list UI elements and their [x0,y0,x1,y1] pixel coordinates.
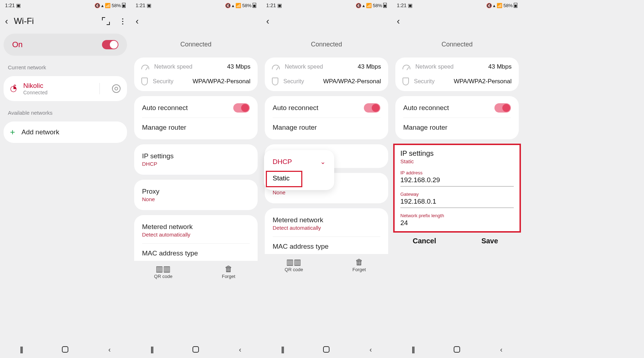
auto-reconnect-row[interactable]: Auto reconnect [134,98,258,118]
button-bar: Cancel Save [392,232,522,250]
reconnect-card: Auto reconnect Manage router [134,96,258,139]
mac-row[interactable]: MAC address type [134,244,258,259]
metered-card: Metered network Detect automatically MAC… [265,208,388,254]
action-bar: ▥▥QR code 🗑Forget [131,261,261,280]
gateway-field[interactable]: 192.168.0.1 [400,197,514,208]
reconnect-card: Auto reconnect Manage router [395,96,519,139]
forget-button[interactable]: 🗑Forget [327,258,392,272]
back-icon[interactable]: ‹ [136,16,139,27]
nav-back[interactable]: ‹ [108,345,111,354]
header: ‹ [261,11,392,31]
pane-detail-dhcp: 1:21 ▣ 🔇▴📶58% ‹ Connected Network speed … [131,0,261,358]
proxy-card[interactable]: Proxy None [134,180,258,210]
shield-icon [141,78,148,85]
chevron-down-icon: ⌄ [320,158,326,166]
metered-row[interactable]: Metered network Detect automatically [265,210,388,237]
nav-home[interactable] [454,346,460,353]
clock: 1:21 ▣ [266,3,282,8]
save-button[interactable]: Save [457,237,523,245]
cancel-button[interactable]: Cancel [392,237,457,245]
speed-icon [272,65,280,69]
status-icons: 🔇▴📶58% [356,3,387,8]
auto-reconnect-switch[interactable] [233,103,250,113]
ip-settings-label: IP settings [142,152,250,160]
add-network-row[interactable]: + Add network [4,121,127,143]
proxy-value: None [142,196,250,202]
page-title: Wi-Fi [14,16,96,26]
nav-home[interactable] [323,346,330,353]
connected-heading: Connected [131,31,261,58]
security-value: WPA/WPA2-Personal [192,78,250,85]
status-bar: 1:21 ▣ 🔇▴📶58% [131,0,261,11]
plus-icon: + [10,127,15,137]
mac-row[interactable]: MAC address type [265,237,388,252]
metered-row[interactable]: Metered network Detect automatically [134,217,258,243]
nav-back[interactable]: ‹ [239,345,241,354]
wifi-toggle-row[interactable]: On [4,34,127,56]
ip-settings-value: DHCP [142,161,250,167]
status-bar: 1:21 ▣ 🔇▴📶58% [261,0,392,11]
prefix-length-label: Network prefix length [400,213,514,218]
nav-bar: ||| ‹ [0,341,131,358]
nav-recent[interactable]: ||| [412,345,414,354]
nav-home[interactable] [62,346,68,353]
shield-icon [402,78,409,85]
manage-router-row[interactable]: Manage router [395,118,519,137]
security-label: Security [153,78,187,85]
highlight-box [266,171,302,187]
on-label: On [12,40,23,49]
pane-static-ip: 1:21 ▣ 🔇▴📶58% ‹ Connected Network speed … [392,0,522,358]
auto-reconnect-switch[interactable] [364,103,380,113]
reconnect-card: Auto reconnect Manage router [265,96,388,139]
wifi-switch[interactable] [102,40,118,49]
status-icons: 🔇▴📶58% [486,3,517,8]
ip-settings-dropdown: DHCP⌄ Static [264,150,334,190]
divider [99,83,100,94]
shield-icon [272,78,278,85]
auto-reconnect-row[interactable]: Auto reconnect [395,98,519,118]
network-status: Connected [23,90,87,95]
header: ‹ [392,11,522,31]
gear-icon[interactable] [112,84,121,93]
info-card: Network speed 43 Mbps Security WPA/WPA2-… [395,58,519,91]
back-icon[interactable]: ‹ [397,16,400,27]
header: ‹ Wi-Fi ⋮ [0,11,131,31]
dropdown-option-dhcp[interactable]: DHCP⌄ [264,154,334,170]
header: ‹ [131,11,261,31]
clock: 1:21 ▣ [5,3,21,8]
manage-router-row[interactable]: Manage router [134,118,258,137]
more-icon[interactable]: ⋮ [119,17,126,25]
ip-settings-form: IP settings Static IP address 192.168.0.… [394,144,520,232]
nav-bar: ||| ‹ [261,341,392,358]
current-network-card[interactable]: ◔̑ Nikolic Connected [4,76,127,101]
connected-heading: Connected [392,31,522,58]
nav-recent[interactable]: ||| [281,345,284,354]
qr-code-button[interactable]: ▥▥QR code [261,258,327,272]
back-icon[interactable]: ‹ [266,16,269,27]
back-icon[interactable]: ‹ [5,16,8,27]
info-card: Network speed 43 Mbps Security WPA/WPA2-… [265,58,388,91]
ip-address-field[interactable]: 192.168.0.29 [400,175,514,187]
nav-back[interactable]: ‹ [370,345,372,354]
qr-scan-icon[interactable] [102,17,110,25]
forget-button[interactable]: 🗑Forget [196,264,262,279]
nav-recent[interactable]: ||| [20,345,23,354]
manage-router-row[interactable]: Manage router [265,118,388,137]
info-card: Network speed 43 Mbps Security WPA/WPA2-… [134,58,258,91]
clock: 1:21 ▣ [136,3,151,8]
qr-code-button[interactable]: ▥▥QR code [131,264,196,279]
status-bar: 1:21 ▣ 🔇▴📶58% [0,0,131,11]
network-name: Nikolic [23,82,87,90]
nav-back[interactable]: ‹ [500,345,503,354]
ip-settings-card[interactable]: IP settings DHCP [134,144,258,175]
auto-reconnect-switch[interactable] [494,103,511,113]
connected-heading: Connected [261,31,392,58]
metered-card: Metered network Detect automatically MAC… [134,215,258,261]
clock: 1:21 ▣ [397,3,413,8]
prefix-length-field[interactable]: 24 [400,218,514,229]
action-bar: ▥▥QR code 🗑Forget [261,254,392,273]
gateway-label: Gateway [400,192,514,197]
nav-recent[interactable]: ||| [151,345,153,354]
auto-reconnect-row[interactable]: Auto reconnect [265,98,388,118]
nav-home[interactable] [192,346,199,353]
